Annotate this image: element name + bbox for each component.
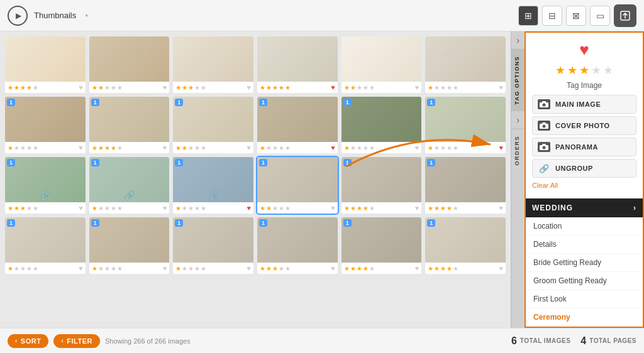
heart-icon[interactable]: ♥ (415, 144, 419, 151)
star-icon: ★ (357, 84, 362, 91)
photo-item[interactable]: 1★★★★★♥ (341, 97, 422, 153)
photo-item[interactable]: 1🔗★★★★★♥ (5, 157, 86, 214)
heart-icon[interactable]: ♥ (331, 264, 335, 272)
main-image-button[interactable]: MAIN IMAGE (532, 95, 636, 114)
heart-icon[interactable]: ♥ (499, 204, 503, 212)
tag-options-tab[interactable]: TAG OPTIONS (511, 49, 525, 111)
star-icon: ★ (8, 265, 13, 272)
single-view-button[interactable]: ▭ (590, 6, 610, 26)
heart-icon[interactable]: ♥ (331, 204, 335, 212)
heart-icon[interactable]: ♥ (163, 84, 167, 91)
link-icon: 🔗 (538, 163, 550, 173)
panel-star-icon[interactable]: ★ (591, 63, 601, 77)
heart-icon[interactable]: ♥ (163, 204, 167, 212)
wedding-item[interactable]: Ceremony (526, 308, 643, 327)
photo-item[interactable]: 1★★★★★♥ (425, 157, 506, 214)
wedding-item[interactable]: First Look (526, 290, 643, 308)
heart-icon[interactable]: ♥ (247, 204, 251, 212)
star-icon: ★ (92, 84, 97, 91)
wedding-item[interactable]: Location (526, 217, 643, 236)
wedding-chevron-icon: › (633, 204, 636, 212)
star-icon: ★ (26, 205, 32, 212)
panorama-button[interactable]: PANORAMA (532, 138, 636, 156)
photo-item[interactable]: 1★★★★★♥ (257, 217, 338, 274)
star-icon: ★ (440, 265, 446, 272)
heart-icon[interactable]: ♥ (415, 264, 419, 272)
heart-icon[interactable]: ♥ (415, 204, 419, 212)
photo-item[interactable]: ★★★★★♥ (425, 36, 506, 93)
star-icon: ★ (272, 265, 278, 272)
heart-icon[interactable]: ♥ (247, 144, 251, 151)
cover-photo-button[interactable]: COVER PHOTO (532, 116, 636, 135)
panel-star-icon[interactable]: ★ (579, 63, 589, 77)
photo-item[interactable]: 1★★★★★♥ (341, 217, 422, 274)
main-image-label: MAIN IMAGE (555, 100, 601, 108)
heart-icon[interactable]: ♥ (331, 144, 335, 151)
star-icon: ★ (98, 205, 104, 212)
photo-item[interactable]: 1★★★★★♥ (257, 157, 338, 214)
wedding-item[interactable]: Bride Getting Ready (526, 254, 643, 272)
photo-meta: ★★★★★♥ (341, 202, 422, 214)
filter-label: FILTER (67, 337, 92, 345)
star-icon: ★ (182, 144, 187, 151)
heart-icon[interactable]: ♥ (163, 264, 167, 272)
photo-item[interactable]: 1★★★★★♥ (5, 97, 86, 153)
photo-item[interactable]: 1🔗★★★★★♥ (173, 157, 253, 214)
heart-icon[interactable]: ♥ (247, 84, 251, 91)
photo-item[interactable]: 1🔗★★★★★♥ (89, 157, 170, 214)
panel-star-icon[interactable]: ★ (567, 63, 577, 77)
grid-view-button[interactable]: ⊞ (518, 6, 538, 26)
photo-stars: ★★★★★ (92, 205, 123, 212)
star-icon: ★ (194, 144, 200, 151)
photo-item[interactable]: 1★★★★★♥ (5, 217, 86, 274)
panel-star-icon[interactable]: ★ (555, 63, 565, 77)
export-button[interactable] (614, 4, 636, 27)
heart-icon[interactable]: ♥ (415, 84, 419, 91)
photo-item[interactable]: 1★★★★★♥ (89, 217, 170, 274)
photo-item[interactable]: 1★★★★★♥ (341, 157, 422, 214)
star-icon: ★ (182, 265, 187, 272)
split-view-button[interactable]: ⊟ (542, 6, 562, 26)
orders-tab[interactable]: ORDERS (511, 129, 525, 172)
star-icon: ★ (194, 205, 200, 212)
sort-button[interactable]: ‹ SORT (8, 334, 48, 348)
wedding-category-header[interactable]: WEDDING › (526, 198, 643, 217)
wedding-item[interactable]: Details (526, 236, 643, 254)
star-icon: ★ (182, 84, 187, 91)
photo-grid-area[interactable]: ★★★★★♥★★★★★♥★★★★★♥★★★★★♥★★★★★♥★★★★★♥1★★★… (0, 31, 511, 328)
photo-item[interactable]: 1★★★★★♥ (257, 97, 338, 153)
panel-expand-button[interactable]: › (516, 31, 519, 49)
heart-icon[interactable]: ♥ (163, 144, 167, 151)
filter-button[interactable]: ‹ FILTER (53, 334, 100, 348)
heart-icon[interactable]: ♥ (79, 264, 83, 272)
photo-item[interactable]: ★★★★★♥ (89, 36, 170, 93)
photo-item[interactable]: 1★★★★★♥ (173, 97, 253, 153)
photo-item[interactable]: 1★★★★★♥ (425, 97, 506, 153)
compare-view-button[interactable]: ⊠ (566, 6, 586, 26)
photo-item[interactable]: 1★★★★★♥ (89, 97, 170, 153)
panel-collapse-button[interactable]: › (516, 111, 519, 129)
photo-item[interactable]: 1★★★★★♥ (425, 217, 506, 274)
clear-all-link[interactable]: Clear All (532, 180, 636, 193)
ungroup-button[interactable]: 🔗 UNGROUP (532, 159, 636, 178)
heart-icon[interactable]: ♥ (499, 144, 503, 151)
heart-icon[interactable]: ♥ (247, 264, 251, 272)
photo-stars: ★★★★★ (92, 144, 123, 151)
photo-item[interactable]: ★★★★★♥ (257, 36, 338, 93)
heart-icon[interactable]: ♥ (79, 144, 83, 151)
photo-item[interactable]: ★★★★★♥ (5, 36, 86, 93)
photo-stars: ★★★★★ (260, 205, 291, 212)
heart-icon[interactable]: ♥ (79, 204, 83, 212)
panel-star-icon[interactable]: ★ (603, 63, 613, 77)
play-button[interactable] (8, 6, 28, 26)
photo-item[interactable]: ★★★★★♥ (173, 36, 253, 93)
heart-icon[interactable]: ♥ (79, 84, 83, 91)
heart-icon[interactable]: ♥ (331, 84, 335, 91)
photo-item[interactable]: ★★★★★♥ (341, 36, 422, 93)
right-panel: ♥ ★★★★★ Tag Image MAIN IMAGE (525, 31, 644, 328)
star-icon: ★ (434, 144, 440, 151)
heart-icon[interactable]: ♥ (499, 84, 503, 91)
photo-item[interactable]: 1★★★★★♥ (173, 217, 253, 274)
heart-icon[interactable]: ♥ (499, 264, 503, 272)
wedding-item[interactable]: Groom Getting Ready (526, 272, 643, 290)
